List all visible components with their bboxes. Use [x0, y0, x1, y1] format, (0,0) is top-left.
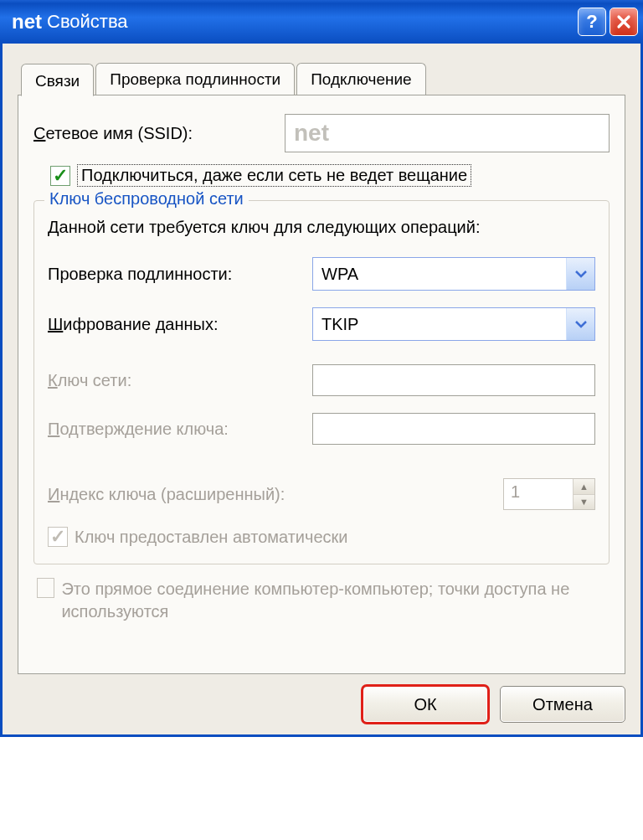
ok-button[interactable]: ОК — [363, 686, 488, 723]
adhoc-checkbox — [37, 578, 54, 598]
auto-key-checkbox — [48, 527, 68, 547]
tab-authentication[interactable]: Проверка подлинности — [95, 63, 295, 95]
ssid-input[interactable] — [285, 114, 610, 152]
auto-key-label: Ключ предоставлен автоматически — [75, 528, 348, 547]
key-input — [312, 364, 595, 396]
arrow-up-icon: ▲ — [574, 479, 594, 495]
group-legend: Ключ беспроводной сети — [44, 189, 249, 209]
chevron-down-icon — [566, 258, 594, 290]
tab-panel: Сетевое имя (SSID): Подключиться, даже е… — [18, 95, 625, 674]
key-index-value: 1 — [504, 479, 573, 509]
tab-connection[interactable]: Подключение — [296, 63, 425, 95]
encryption-label: Шифрование данных: — [48, 315, 312, 334]
titlebar: net Свойства ? — [0, 0, 643, 44]
close-icon — [616, 14, 631, 29]
title-prefix: net — [12, 10, 42, 33]
adhoc-label: Это прямое соединение компьютер-компьюте… — [61, 578, 608, 623]
dialog-client: Связи Проверка подлинности Подключение С… — [0, 44, 643, 737]
encryption-value: TKIP — [322, 315, 358, 334]
key-index-label: Индекс ключа (расширенный): — [48, 485, 441, 504]
confirm-key-input — [312, 413, 595, 445]
tab-connections[interactable]: Связи — [21, 64, 94, 96]
tab-strip: Связи Проверка подлинности Подключение — [21, 62, 625, 95]
title-text: Свойства — [47, 11, 128, 33]
arrow-down-icon: ▼ — [574, 495, 594, 510]
button-bar: ОК Отмена — [18, 674, 625, 723]
connect-hidden-checkbox[interactable] — [50, 166, 70, 186]
close-button[interactable] — [610, 8, 638, 36]
group-desc: Данной сети требуется ключ для следующих… — [48, 218, 595, 237]
help-button[interactable]: ? — [578, 8, 606, 36]
confirm-key-label: Подтверждение ключа: — [48, 420, 312, 439]
key-index-spinner: 1 ▲ ▼ — [503, 478, 595, 510]
cancel-button[interactable]: Отмена — [500, 686, 625, 723]
spinner-arrows: ▲ ▼ — [573, 479, 594, 509]
auth-label: Проверка подлинности: — [48, 265, 312, 284]
connect-hidden-label: Подключиться, даже если сеть не ведет ве… — [77, 164, 471, 187]
key-label: Ключ сети: — [48, 371, 312, 390]
ssid-label: Сетевое имя (SSID): — [33, 124, 285, 143]
chevron-down-icon — [566, 308, 594, 340]
wireless-key-group: Ключ беспроводной сети Данной сети требу… — [33, 200, 610, 564]
auth-combo[interactable]: WPA — [312, 257, 595, 291]
encryption-combo[interactable]: TKIP — [312, 307, 595, 341]
help-icon: ? — [586, 11, 597, 33]
auth-value: WPA — [322, 265, 358, 284]
